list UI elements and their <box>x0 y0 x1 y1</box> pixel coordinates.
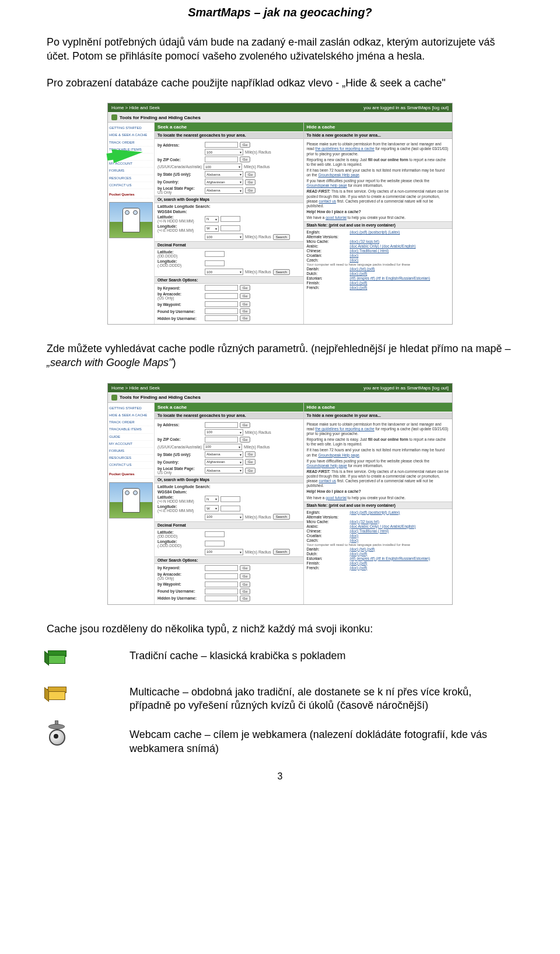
multicache-icon <box>47 687 68 704</box>
para-1: Po vyplnění potřebných údajů vám bude na… <box>47 36 513 64</box>
sidebar-link[interactable]: FORUMS <box>109 168 153 175</box>
sidebar-link[interactable]: MY ACCOUNT <box>109 441 153 448</box>
sidebar-link[interactable]: GUIDE <box>109 154 153 161</box>
address-input[interactable] <box>205 142 238 148</box>
go-button[interactable]: Go <box>240 422 250 428</box>
hide-column: Hide a cache To hide a new geocache in y… <box>303 403 453 604</box>
toolbar: Tools for Finding and Hiding Caches <box>108 112 452 123</box>
geocaching-illustration <box>109 482 153 518</box>
breadcrumb-bar: Home > Hide and Seekyou are logged in as… <box>108 384 452 392</box>
sidebar: GETTING STARTEDHIDE & SEEK A CACHETRACK … <box>108 123 155 324</box>
screenshot-geocaching-1: Home > Hide and Seekyou are logged in as… <box>107 103 453 325</box>
para-3: Zde můžete vyhledávat cache podle různýc… <box>47 342 513 370</box>
hide-column: Hide a cache To hide a new geocache in y… <box>303 123 453 324</box>
cache-type-multi: Multicache – obdobná jako tradiční, ale … <box>47 685 513 713</box>
sidebar-link[interactable]: MY ACCOUNT <box>109 161 153 168</box>
page-title: SmartMaps – jak na geocaching? <box>47 6 513 19</box>
page-number: 3 <box>47 771 513 782</box>
sidebar-link[interactable]: HIDE & SEEK A CACHE <box>109 132 153 139</box>
para-4: Cache jsou rozděleny do několika typů, z… <box>47 622 513 636</box>
sidebar-link[interactable]: HIDE & SEEK A CACHE <box>109 412 153 419</box>
screenshot-geocaching-2: Home > Hide and Seekyou are logged in as… <box>107 383 453 605</box>
sidebar-link[interactable]: TRACKABLE ITEMS <box>109 426 153 433</box>
seek-column: Seek a cache To locate the nearest geoca… <box>155 403 303 604</box>
sidebar-link[interactable]: TRACK ORDER <box>109 140 153 147</box>
sidebar-link[interactable]: RESOURCES <box>109 455 153 462</box>
radius-select[interactable]: 100▾ <box>205 429 243 436</box>
breadcrumb-bar: Home > Hide and Seekyou are logged in as… <box>108 103 452 112</box>
address-input[interactable] <box>205 422 238 428</box>
sidebar-link[interactable]: TRACK ORDER <box>109 419 153 426</box>
sidebar: GETTING STARTEDHIDE & SEEK A CACHETRACK … <box>108 403 155 604</box>
toolbar: Tools for Finding and Hiding Caches <box>108 392 452 403</box>
sidebar-link[interactable]: CONTACT US <box>109 182 153 189</box>
para-2: Pro zobrazení databáze cache použijte na… <box>47 76 513 90</box>
sidebar-link[interactable]: TRACKABLE ITEMS <box>109 147 153 154</box>
sidebar-link[interactable]: GETTING STARTED <box>109 125 153 132</box>
go-button[interactable]: Go <box>240 142 250 148</box>
geocaching-illustration <box>109 202 153 238</box>
cache-type-traditional: Tradiční cache – klasická krabička s pok… <box>47 649 513 670</box>
radius-select[interactable]: 100▾ <box>205 149 243 155</box>
sidebar-link[interactable]: GUIDE <box>109 434 153 441</box>
seek-column: Seek a cache To locate the nearest geoca… <box>155 123 303 324</box>
sidebar-link[interactable]: GETTING STARTED <box>109 405 153 412</box>
traditional-cache-icon <box>47 650 68 668</box>
sidebar-link[interactable]: FORUMS <box>109 448 153 455</box>
webcam-cache-icon <box>47 729 68 747</box>
cache-type-webcam: Webcam cache – cílem je webkamera (nalez… <box>47 728 513 756</box>
sidebar-link[interactable]: CONTACT US <box>109 462 153 469</box>
sidebar-link[interactable]: RESOURCES <box>109 175 153 182</box>
